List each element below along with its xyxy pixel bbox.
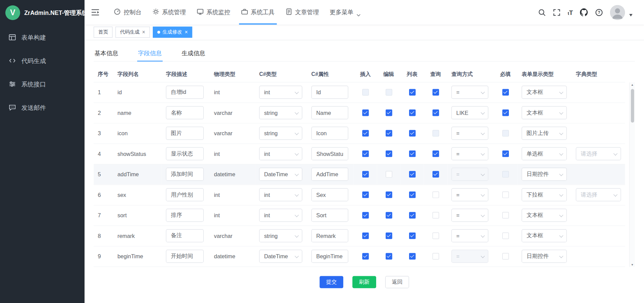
required-checkbox[interactable] bbox=[502, 212, 509, 219]
required-checkbox[interactable] bbox=[502, 233, 509, 239]
display-type-select[interactable]: 文本框 bbox=[521, 86, 567, 99]
list-checkbox[interactable] bbox=[409, 171, 415, 178]
query-checkbox[interactable] bbox=[432, 171, 439, 178]
search-icon[interactable] bbox=[538, 8, 546, 16]
cs-type-select[interactable]: int bbox=[259, 209, 302, 222]
cs-prop-input[interactable] bbox=[311, 188, 348, 201]
edit-checkbox[interactable] bbox=[385, 191, 392, 198]
insert-checkbox[interactable] bbox=[362, 109, 368, 116]
tab-basic-info[interactable]: 基本信息 bbox=[94, 46, 119, 61]
query-checkbox[interactable] bbox=[432, 89, 439, 96]
display-type-select[interactable]: 下拉框 bbox=[521, 188, 567, 201]
cs-type-select[interactable]: string bbox=[259, 229, 302, 242]
tab-generate-info[interactable]: 生成信息 bbox=[181, 46, 206, 61]
tag-code-generation[interactable]: 代码生成 × bbox=[115, 27, 150, 38]
required-checkbox[interactable] bbox=[502, 253, 509, 260]
query-mode-select[interactable]: = bbox=[452, 127, 489, 140]
field-desc-input[interactable] bbox=[166, 106, 204, 119]
display-type-select[interactable]: 文本框 bbox=[521, 209, 567, 222]
list-checkbox[interactable] bbox=[409, 233, 415, 239]
cs-type-select[interactable]: int bbox=[259, 86, 302, 99]
field-desc-input[interactable] bbox=[166, 127, 204, 140]
query-mode-select[interactable]: = bbox=[452, 188, 489, 201]
query-checkbox[interactable] bbox=[432, 233, 439, 239]
field-desc-input[interactable] bbox=[166, 250, 204, 263]
tab-field-info[interactable]: 字段信息 bbox=[137, 46, 163, 61]
insert-checkbox[interactable] bbox=[362, 253, 368, 260]
refresh-button[interactable]: 刷新 bbox=[352, 276, 376, 288]
nav-item-more-menu[interactable]: 更多菜单 bbox=[324, 0, 366, 25]
insert-checkbox[interactable] bbox=[362, 171, 368, 178]
tag-generate-edit[interactable]: 生成修改 × bbox=[153, 27, 192, 38]
avatar[interactable] bbox=[610, 5, 625, 20]
field-desc-input[interactable] bbox=[166, 188, 204, 201]
cs-prop-input[interactable] bbox=[311, 127, 348, 140]
list-checkbox[interactable] bbox=[409, 109, 415, 116]
field-desc-input[interactable] bbox=[166, 168, 204, 181]
query-checkbox[interactable] bbox=[432, 109, 439, 116]
nav-item-system-tools[interactable]: 系统工具 bbox=[236, 0, 280, 25]
required-checkbox[interactable] bbox=[502, 130, 509, 137]
cs-prop-input[interactable] bbox=[311, 209, 348, 222]
edit-checkbox[interactable] bbox=[385, 233, 392, 239]
insert-checkbox[interactable] bbox=[362, 150, 368, 157]
github-icon[interactable] bbox=[580, 8, 588, 16]
field-desc-input[interactable] bbox=[166, 229, 204, 242]
required-checkbox[interactable] bbox=[502, 171, 509, 178]
close-icon[interactable]: × bbox=[142, 29, 145, 35]
field-desc-input[interactable] bbox=[166, 209, 204, 222]
query-checkbox[interactable] bbox=[432, 212, 439, 219]
cs-type-select[interactable]: int bbox=[259, 147, 302, 160]
nav-item-system-manage[interactable]: 系统管理 bbox=[147, 0, 191, 25]
help-icon[interactable]: ? bbox=[595, 8, 603, 16]
query-mode-select[interactable]: LIKE bbox=[452, 106, 489, 119]
cs-type-select[interactable]: string bbox=[259, 127, 302, 140]
field-desc-input[interactable] bbox=[166, 147, 204, 160]
font-size-icon[interactable]: tT bbox=[568, 9, 573, 16]
display-type-select[interactable]: 日期控件 bbox=[521, 250, 567, 263]
list-checkbox[interactable] bbox=[409, 191, 415, 198]
avatar-caret-icon[interactable] bbox=[629, 14, 632, 16]
display-type-select[interactable]: 单选框 bbox=[521, 147, 567, 160]
insert-checkbox[interactable] bbox=[362, 233, 368, 239]
sidebar-item-form-builder[interactable]: 表单构建 bbox=[0, 26, 85, 49]
sidebar-item-send-mail[interactable]: 发送邮件 bbox=[0, 96, 85, 120]
list-checkbox[interactable] bbox=[409, 89, 415, 96]
edit-checkbox[interactable] bbox=[385, 130, 392, 137]
cs-type-select[interactable]: string bbox=[259, 106, 302, 119]
submit-button[interactable]: 提交 bbox=[319, 276, 343, 288]
query-mode-select[interactable]: = bbox=[452, 250, 489, 263]
scroll-down-icon[interactable]: ▼ bbox=[631, 263, 633, 266]
query-checkbox[interactable] bbox=[432, 150, 439, 157]
list-checkbox[interactable] bbox=[409, 212, 415, 219]
sidebar-item-code-generation[interactable]: 代码生成 bbox=[0, 49, 85, 73]
nav-item-dashboard[interactable]: 控制台 bbox=[108, 0, 147, 25]
edit-checkbox[interactable] bbox=[385, 253, 392, 260]
cs-prop-input[interactable] bbox=[311, 147, 348, 160]
scrollbar-thumb[interactable] bbox=[631, 89, 634, 123]
list-checkbox[interactable] bbox=[409, 253, 415, 260]
back-button[interactable]: 返回 bbox=[385, 276, 409, 288]
query-mode-select[interactable]: = bbox=[452, 147, 489, 160]
display-type-select[interactable]: 文本框 bbox=[521, 106, 567, 119]
query-mode-select[interactable]: = bbox=[452, 168, 489, 181]
insert-checkbox[interactable] bbox=[362, 130, 368, 137]
cs-type-select[interactable]: int bbox=[259, 188, 302, 201]
list-checkbox[interactable] bbox=[409, 130, 415, 137]
insert-checkbox[interactable] bbox=[362, 89, 368, 96]
dict-type-select[interactable]: 请选择 bbox=[576, 147, 621, 160]
query-checkbox[interactable] bbox=[432, 130, 439, 137]
scroll-up-icon[interactable]: ▲ bbox=[631, 83, 633, 86]
nav-item-system-monitor[interactable]: 系统监控 bbox=[191, 0, 236, 25]
dict-type-select[interactable]: 请选择 bbox=[576, 188, 621, 201]
required-checkbox[interactable] bbox=[502, 89, 509, 96]
display-type-select[interactable]: 图片上传 bbox=[521, 127, 567, 140]
collapse-menu-icon[interactable] bbox=[91, 8, 100, 16]
query-mode-select[interactable]: = bbox=[452, 229, 489, 242]
required-checkbox[interactable] bbox=[502, 109, 509, 116]
cs-prop-input[interactable] bbox=[311, 106, 348, 119]
required-checkbox[interactable] bbox=[502, 150, 509, 157]
edit-checkbox[interactable] bbox=[385, 212, 392, 219]
cs-prop-input[interactable] bbox=[311, 229, 348, 242]
query-mode-select[interactable]: = bbox=[452, 86, 489, 99]
